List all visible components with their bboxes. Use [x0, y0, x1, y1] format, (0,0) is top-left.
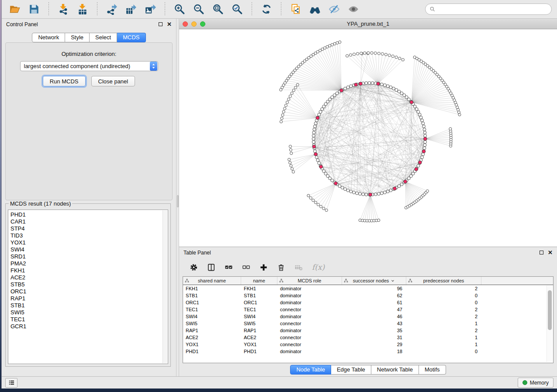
mcds-result-item[interactable]: TEC1	[10, 316, 168, 323]
create-column-icon[interactable]	[259, 263, 268, 272]
memory-label: Memory	[530, 380, 549, 386]
cell-shared-name: SWI4	[183, 313, 241, 320]
mcds-result-item[interactable]: CAR1	[10, 218, 168, 225]
run-mcds-button[interactable]: Run MCDS	[43, 76, 86, 86]
mcds-result-item[interactable]: STB5	[10, 281, 168, 288]
mcds-result-item[interactable]: RAP1	[10, 295, 168, 302]
criterion-select[interactable]: largest connected component (undirected)	[20, 61, 158, 71]
tab-edge-table[interactable]: Edge Table	[331, 365, 371, 375]
window-close-button[interactable]	[183, 21, 188, 27]
memory-button[interactable]: Memory	[518, 378, 554, 388]
zoom-in-icon[interactable]	[172, 2, 187, 17]
main-toolbar	[2, 0, 557, 19]
tab-node-table[interactable]: Node Table	[290, 365, 331, 375]
memory-status-icon	[522, 380, 527, 385]
mcds-result-item[interactable]: GCR1	[10, 323, 168, 330]
panel-splitter[interactable]	[176, 19, 179, 376]
network-graph[interactable]	[179, 29, 557, 247]
zoom-selected-icon[interactable]	[229, 2, 245, 17]
mcds-result-item[interactable]: PMA2	[10, 260, 168, 267]
float-panel-icon[interactable]	[159, 22, 163, 26]
mcds-result-item[interactable]: STB1	[10, 302, 168, 309]
mcds-result-item[interactable]: FKH1	[10, 267, 168, 274]
export-image-icon[interactable]	[142, 2, 158, 17]
table-row[interactable]: FKH1FKH1dominator962	[183, 285, 553, 292]
mcds-result-item[interactable]: SRD1	[10, 253, 168, 260]
table-scrollbar-thumb[interactable]	[548, 290, 552, 330]
first-neighbors-icon[interactable]	[307, 2, 323, 17]
search-box[interactable]	[425, 3, 552, 15]
mcds-result-item[interactable]: YOX1	[10, 239, 168, 246]
column-header-shared-name[interactable]: shared name	[183, 277, 241, 285]
splitter-grip[interactable]	[177, 195, 179, 207]
column-header-label: successor nodes	[353, 278, 389, 283]
network-title: YPA_prune.txt_1	[179, 21, 557, 27]
tab-style[interactable]: Style	[65, 33, 90, 42]
table-row[interactable]: SWI4SWI4dominator462	[183, 313, 553, 320]
hide-selected-icon[interactable]	[326, 2, 342, 17]
delete-column-icon[interactable]	[277, 263, 285, 272]
table-row[interactable]: PHD1PHD1dominator180	[183, 348, 553, 355]
export-network-icon[interactable]	[104, 2, 120, 17]
show-all-icon[interactable]	[346, 2, 361, 17]
network-canvas[interactable]	[179, 29, 557, 247]
table-header-row: shared namenameMCDS rolesuccessor nodesp…	[183, 277, 553, 285]
float-table-panel-icon[interactable]	[540, 251, 543, 254]
tab-network[interactable]: Network	[32, 33, 65, 42]
import-network-icon[interactable]	[55, 2, 71, 17]
column-header-MCDS-role[interactable]: MCDS role	[277, 277, 342, 285]
mcds-result-item[interactable]: SWI4	[10, 246, 168, 253]
open-file-icon[interactable]	[7, 2, 23, 17]
cell-MCDS-role: dominator	[277, 313, 342, 320]
deselect-all-columns-icon[interactable]	[242, 263, 250, 272]
mcds-result-list[interactable]: PHD1CAR1STP4TID3YOX1SWI4SRD1PMA2FKH1ACE2…	[8, 210, 168, 364]
mcds-result-item[interactable]: SWI5	[10, 309, 168, 316]
tab-network-table[interactable]: Network Table	[371, 365, 419, 375]
mcds-result-item[interactable]: ACE2	[10, 274, 168, 281]
import-table-icon[interactable]	[75, 2, 90, 17]
close-panel-button[interactable]: Close panel	[91, 76, 135, 86]
column-header-successor-nodes[interactable]: successor nodes	[342, 277, 406, 285]
table-scrollbar[interactable]	[547, 285, 552, 362]
tab-mcds[interactable]: MCDS	[117, 33, 145, 42]
cell-predecessor-nodes: 2	[406, 285, 481, 292]
control-panel-header: Control Panel ✕	[2, 19, 176, 30]
search-input[interactable]	[438, 6, 547, 13]
export-table-icon[interactable]	[123, 2, 139, 17]
table-row[interactable]: RAP1RAP1dominator352	[183, 327, 553, 334]
zoom-out-icon[interactable]	[191, 2, 207, 17]
result-list-scrollbar[interactable]	[163, 210, 167, 363]
mcds-result-item[interactable]: TID3	[10, 232, 168, 239]
cell-name: YOX1	[241, 341, 277, 348]
table-row[interactable]: ORC1ORC1dominator610	[183, 299, 553, 306]
zoom-fit-icon[interactable]	[210, 2, 226, 17]
tree-icon	[279, 279, 284, 283]
table-settings-icon[interactable]	[190, 263, 198, 272]
table-row[interactable]: YOX1YOX1connector291	[183, 341, 553, 348]
task-history-button[interactable]	[5, 378, 17, 388]
clone-network-icon[interactable]	[288, 2, 304, 17]
table-row[interactable]: STB1STB1dominator620	[183, 292, 553, 299]
table-row[interactable]: ACE2ACE2connector311	[183, 334, 553, 341]
mcds-result-item[interactable]: ORC1	[10, 288, 168, 295]
mcds-result-item[interactable]: PHD1	[10, 211, 168, 218]
tab-select[interactable]: Select	[90, 33, 117, 42]
select-all-columns-icon[interactable]	[225, 263, 233, 272]
column-header-predecessor-nodes[interactable]: predecessor nodes	[406, 277, 481, 285]
network-window-titlebar[interactable]: YPA_prune.txt_1	[179, 19, 557, 29]
window-zoom-button[interactable]	[200, 21, 205, 27]
select-stepper-icon[interactable]	[150, 62, 157, 71]
window-minimize-button[interactable]	[191, 21, 197, 27]
show-columns-icon[interactable]	[207, 263, 215, 272]
refresh-icon[interactable]	[259, 2, 274, 17]
column-header-name[interactable]: name	[241, 277, 277, 285]
close-panel-icon[interactable]: ✕	[167, 21, 172, 27]
close-table-panel-icon[interactable]: ✕	[548, 250, 553, 255]
mcds-result-item[interactable]: STP4	[10, 225, 168, 232]
save-session-icon[interactable]	[26, 2, 42, 17]
table-row[interactable]: TEC1TEC1connector472	[183, 306, 553, 313]
cell-shared-name: ACE2	[183, 334, 241, 341]
tab-motifs[interactable]: Motifs	[419, 365, 446, 375]
status-bar: Memory	[2, 376, 557, 389]
table-row[interactable]: SWI5SWI5connector431	[183, 320, 553, 327]
